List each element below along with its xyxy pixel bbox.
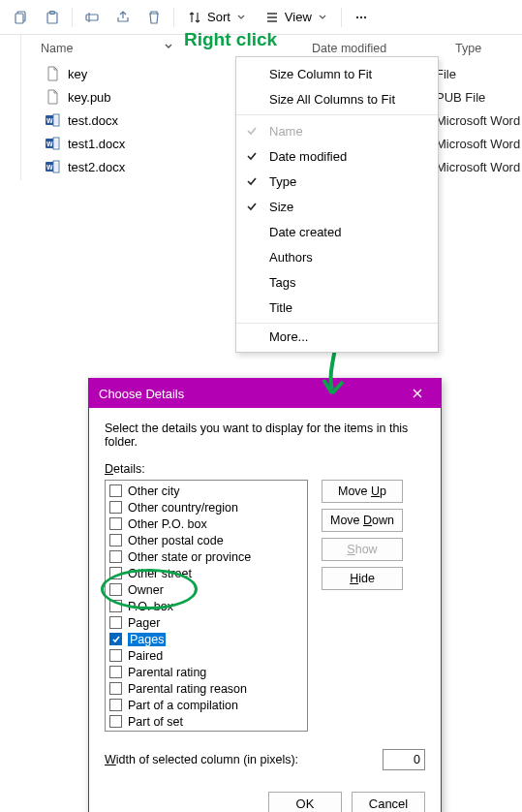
check-icon [246, 125, 258, 137]
details-item[interactable]: Pager [106, 614, 307, 631]
checkbox[interactable] [109, 699, 122, 711]
details-item[interactable]: Parental rating reason [106, 680, 307, 697]
move-up-button[interactable]: Move Up [322, 480, 403, 503]
more-icon[interactable] [348, 4, 375, 31]
details-item[interactable]: Owner [106, 581, 307, 598]
hide-button[interactable]: Hide [322, 567, 403, 590]
ctx-col-authors[interactable]: Authors [236, 244, 438, 269]
cancel-button[interactable]: Cancel [352, 792, 425, 812]
checkbox[interactable] [109, 666, 122, 678]
header-context-menu: Size Column to Fit Size All Columns to F… [235, 56, 439, 353]
paste-icon[interactable] [39, 4, 66, 31]
check-icon [246, 175, 258, 187]
ctx-col-date[interactable]: Date modified [236, 143, 438, 169]
checkbox[interactable] [109, 600, 122, 612]
sort-button[interactable]: Sort [180, 4, 254, 31]
sort-label: Sort [207, 10, 230, 24]
ctx-size-all-fit[interactable]: Size All Columns to Fit [236, 86, 438, 111]
dialog-titlebar: Choose Details [89, 379, 441, 408]
checkbox[interactable] [109, 501, 122, 514]
share-icon[interactable] [109, 4, 137, 31]
details-listbox[interactable]: Other cityOther country/regionOther P.O.… [105, 480, 308, 732]
choose-details-dialog: Choose Details Select the details you wa… [88, 378, 442, 812]
checkbox[interactable] [109, 517, 122, 530]
check-icon [246, 201, 258, 212]
delete-icon[interactable] [140, 4, 168, 31]
svg-point-5 [356, 16, 358, 17]
details-item[interactable]: Other street [106, 565, 307, 581]
ctx-label: Size [269, 200, 293, 214]
checkbox[interactable] [109, 567, 122, 579]
column-type[interactable]: Type [436, 42, 522, 55]
details-item[interactable]: Paired [106, 647, 307, 664]
file-icon [45, 66, 60, 81]
details-item-label: Other city [128, 484, 180, 498]
details-item-label: Other state or province [128, 550, 251, 564]
copy-icon[interactable] [8, 4, 35, 31]
details-item[interactable]: Part of set [106, 713, 307, 730]
svg-rect-1 [15, 14, 23, 23]
separator [173, 8, 174, 27]
details-item[interactable]: Other P.O. box [106, 515, 307, 532]
checkbox[interactable] [109, 649, 122, 662]
details-item[interactable]: Parental rating [106, 664, 307, 680]
ctx-col-type[interactable]: Type [236, 169, 438, 194]
word-icon: W [45, 159, 60, 174]
view-icon [265, 11, 279, 24]
width-label: Width of selected column (in pixels): [105, 753, 373, 766]
details-item[interactable]: Other country/region [106, 499, 307, 515]
ctx-col-created[interactable]: Date created [236, 219, 438, 244]
show-button[interactable]: Show [322, 538, 403, 561]
svg-text:W: W [46, 164, 53, 171]
checkbox[interactable] [109, 534, 122, 547]
separator [236, 114, 438, 115]
view-button[interactable]: View [258, 4, 335, 31]
ctx-label: Name [269, 124, 303, 139]
checkbox[interactable] [109, 633, 122, 645]
file-type: PUB File [436, 90, 522, 105]
details-item[interactable]: Other postal code [106, 532, 307, 548]
ok-button[interactable]: OK [268, 792, 342, 812]
details-item[interactable]: Pages [106, 631, 307, 647]
details-item[interactable]: Other state or province [106, 548, 307, 565]
ctx-more[interactable]: More... [236, 323, 438, 348]
ctx-size-column-fit[interactable]: Size Column to Fit [236, 61, 438, 86]
svg-point-6 [360, 16, 362, 17]
file-type: Microsoft Word [436, 160, 522, 174]
checkbox[interactable] [109, 682, 122, 695]
checkbox[interactable] [109, 484, 122, 497]
details-item[interactable]: Part of a compilation [106, 697, 307, 713]
rename-icon[interactable] [78, 4, 106, 31]
close-button[interactable] [402, 379, 433, 408]
file-icon [45, 89, 60, 105]
ctx-col-name[interactable]: Name [236, 118, 438, 143]
word-icon: W [45, 112, 60, 128]
svg-text:W: W [46, 117, 53, 124]
svg-rect-16 [53, 161, 59, 172]
width-input[interactable] [383, 749, 425, 770]
checkbox[interactable] [109, 715, 122, 728]
ctx-label: Date modified [269, 149, 347, 164]
move-down-button[interactable]: Move Down [322, 509, 403, 532]
ctx-label: Type [269, 174, 296, 189]
details-item[interactable]: Other city [106, 483, 307, 499]
details-item-label: Owner [128, 583, 164, 597]
ctx-col-title[interactable]: Title [236, 295, 438, 320]
column-date[interactable]: Date modified [292, 42, 436, 55]
svg-text:W: W [46, 141, 53, 147]
details-item-label: Other street [128, 567, 192, 580]
close-icon [412, 388, 423, 399]
ctx-col-size[interactable]: Size [236, 194, 438, 219]
checkbox[interactable] [109, 616, 122, 629]
column-name[interactable]: Name [21, 42, 292, 55]
details-item-label: Parental rating reason [128, 682, 247, 696]
svg-rect-13 [53, 138, 59, 149]
dialog-instruction: Select the details you want to display f… [105, 422, 425, 449]
collapse-caret-icon[interactable] [163, 41, 174, 52]
ctx-col-tags[interactable]: Tags [236, 269, 438, 295]
details-item-label: Pager [128, 616, 160, 630]
details-item-label: Other country/region [128, 501, 238, 515]
checkbox[interactable] [109, 583, 122, 596]
details-item[interactable]: P.O. box [106, 598, 307, 614]
checkbox[interactable] [109, 550, 122, 563]
